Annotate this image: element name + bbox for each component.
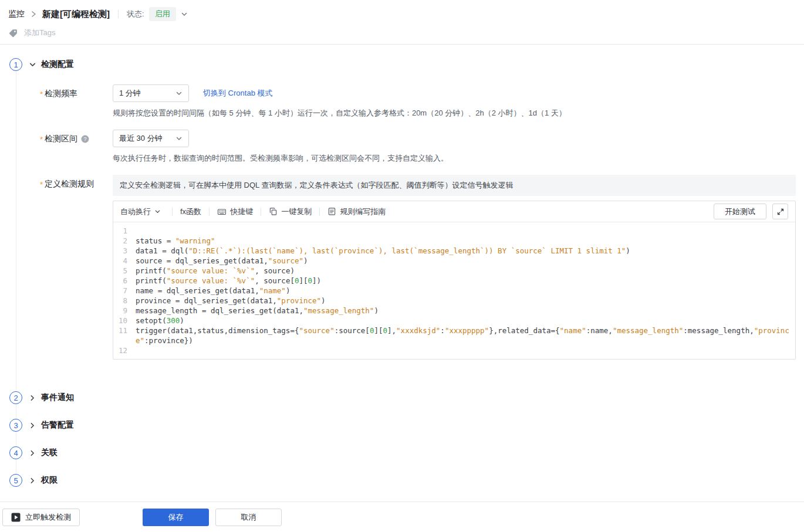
line-number: 5 — [113, 266, 136, 276]
chevron-down-icon[interactable] — [181, 11, 188, 18]
line-number: 11 — [113, 326, 136, 336]
section-title: 权限 — [41, 475, 58, 486]
step-number: 2 — [9, 391, 22, 404]
step-connector — [16, 432, 16, 446]
page: 监控 新建[可编程检测] 状态: 启用 添加Tags 1 — [0, 0, 804, 532]
step-number: 5 — [9, 474, 22, 487]
step-number: 3 — [9, 419, 22, 432]
chevron-down-icon — [175, 135, 183, 142]
tag-icon — [8, 28, 18, 38]
rule-hint-bar: 定义安全检测逻辑，可在脚本中使用 DQL 查询数据，定义条件表达式（如字段匹配、… — [113, 175, 796, 196]
chevron-right-icon[interactable] — [29, 449, 36, 457]
step-connector — [16, 377, 16, 391]
rule-guide-link[interactable]: 规则编写指南 — [327, 206, 386, 217]
tags-row: 添加Tags — [8, 24, 796, 44]
toolbar-separator — [172, 208, 173, 216]
code-line[interactable]: 12 — [113, 345, 795, 355]
step-connector — [16, 460, 16, 473]
section-title: 关联 — [41, 448, 58, 458]
fx-functions-button[interactable]: fx函数 — [180, 206, 201, 217]
section-header-event-notify[interactable]: 2 事件通知 — [9, 391, 796, 405]
section-header-alert-config[interactable]: 3 告警配置 — [9, 418, 796, 432]
chevron-right-icon[interactable] — [29, 422, 36, 429]
chevron-right-icon[interactable] — [29, 477, 36, 484]
status-badge[interactable]: 启用 — [149, 7, 176, 21]
interval-description: 每次执行任务时，数据查询的时间范围。受检测频率影响，可选检测区间会不同，支持自定… — [113, 153, 796, 164]
section-header-detect-config[interactable]: 1 检测配置 — [9, 57, 796, 72]
toolbar-separator — [261, 208, 261, 216]
cancel-button[interactable]: 取消 — [215, 509, 282, 526]
svg-text:?: ? — [84, 136, 87, 142]
step-connector — [16, 405, 16, 418]
fullscreen-button[interactable] — [772, 204, 788, 219]
line-number: 7 — [113, 286, 136, 296]
line-number: 6 — [113, 276, 136, 286]
copy-icon — [269, 207, 278, 216]
help-icon[interactable]: ? — [81, 135, 89, 145]
field-frequency: * 检测频率 1 分钟 切换到 Crontab 模式 规则将按您设置的时间间隔（… — [40, 84, 796, 118]
frequency-select[interactable]: 1 分钟 — [113, 84, 189, 102]
breadcrumb: 监控 新建[可编程检测] 状态: 启用 — [8, 6, 796, 22]
keyboard-icon — [217, 207, 227, 216]
code-editor: 自动换行 fx函数 快捷键 — [113, 201, 796, 360]
field-rule: * 定义检测规则 定义安全检测逻辑，可在脚本中使用 DQL 查询数据，定义条件表… — [40, 175, 796, 360]
section-title: 事件通知 — [41, 392, 74, 403]
code-line[interactable]: 1 — [113, 226, 795, 236]
code-line[interactable]: 8province = dql_series_get(data1,"provin… — [113, 296, 795, 306]
line-number: 9 — [113, 306, 136, 316]
field-interval: * 检测区间 ? 最近 30 分钟 每次执行任务时，数据查询的时间范围。受检测频… — [40, 130, 796, 164]
start-test-button[interactable]: 开始测试 — [714, 204, 766, 219]
field-frequency-label: * 检测频率 — [40, 84, 113, 118]
chevron-right-icon — [30, 11, 37, 18]
line-number: 2 — [113, 236, 136, 246]
save-button[interactable]: 保存 — [143, 509, 209, 526]
toolbar-separator — [319, 208, 320, 216]
code-line[interactable]: 7name = dql_series_get(data1,"name") — [113, 286, 795, 296]
code-line[interactable]: 3data1 = dql("D::RE(`.*`):(last(`name`),… — [113, 246, 795, 256]
footer-bar: 立即触发检测 保存 取消 — [0, 501, 804, 532]
switch-crontab-link[interactable]: 切换到 Crontab 模式 — [203, 88, 272, 99]
code-lines[interactable]: 12status = "warning"3data1 = dql("D::RE(… — [113, 222, 795, 359]
expand-icon — [776, 208, 785, 216]
required-asterisk: * — [40, 179, 43, 189]
section-header-permissions[interactable]: 5 权限 — [9, 473, 796, 487]
divider — [118, 10, 119, 18]
chevron-right-icon[interactable] — [29, 394, 36, 402]
page-header: 监控 新建[可编程检测] 状态: 启用 添加Tags — [0, 0, 804, 45]
code-line[interactable]: 10setopt(300) — [113, 316, 795, 326]
required-asterisk: * — [40, 134, 43, 144]
section-detect-config: 1 检测配置 * 检测频率 1 分钟 — [9, 57, 796, 377]
line-number: 3 — [113, 246, 136, 256]
section-title: 检测配置 — [41, 59, 74, 70]
required-asterisk: * — [40, 89, 43, 99]
line-number: 1 — [113, 226, 136, 236]
step-number: 4 — [9, 446, 22, 459]
interval-select[interactable]: 最近 30 分钟 — [113, 130, 189, 147]
chevron-down-icon — [175, 90, 183, 97]
status-label: 状态: — [127, 9, 144, 19]
chevron-down-icon[interactable] — [29, 61, 36, 69]
code-line[interactable]: 6printf("source value: `%v`", source[0][… — [113, 276, 795, 286]
chevron-down-icon — [154, 208, 164, 215]
word-wrap-dropdown[interactable]: 自动换行 — [120, 206, 164, 217]
play-icon — [11, 513, 21, 522]
toolbar-separator — [209, 208, 210, 216]
field-interval-label: * 检测区间 ? — [40, 130, 113, 164]
add-tags-field[interactable]: 添加Tags — [24, 28, 55, 38]
code-line[interactable]: 4source = dql_series_get(data1,"source") — [113, 256, 795, 266]
code-line[interactable]: 9message_length = dql_series_get(data1,"… — [113, 306, 795, 316]
section-title: 告警配置 — [41, 420, 74, 431]
code-line[interactable]: 2status = "warning" — [113, 236, 795, 246]
section-header-relations[interactable]: 4 关联 — [9, 446, 796, 460]
editor-toolbar: 自动换行 fx函数 快捷键 — [113, 201, 795, 222]
page-title: 新建[可编程检测] — [42, 9, 110, 20]
shortcuts-button[interactable]: 快捷键 — [217, 206, 253, 217]
trigger-detect-button[interactable]: 立即触发检测 — [2, 509, 80, 526]
breadcrumb-root-link[interactable]: 监控 — [8, 9, 25, 19]
line-number: 10 — [113, 316, 136, 326]
document-icon — [327, 207, 336, 216]
frequency-description: 规则将按您设置的时间间隔（如每 5 分钟、每 1 小时）运行一次，自定义输入参考… — [113, 108, 796, 118]
code-line[interactable]: 5printf("source value: `%v`", source) — [113, 266, 795, 276]
copy-button[interactable]: 一键复制 — [269, 206, 312, 217]
code-line[interactable]: 11trigger(data1,status,dimension_tags={"… — [113, 326, 795, 345]
